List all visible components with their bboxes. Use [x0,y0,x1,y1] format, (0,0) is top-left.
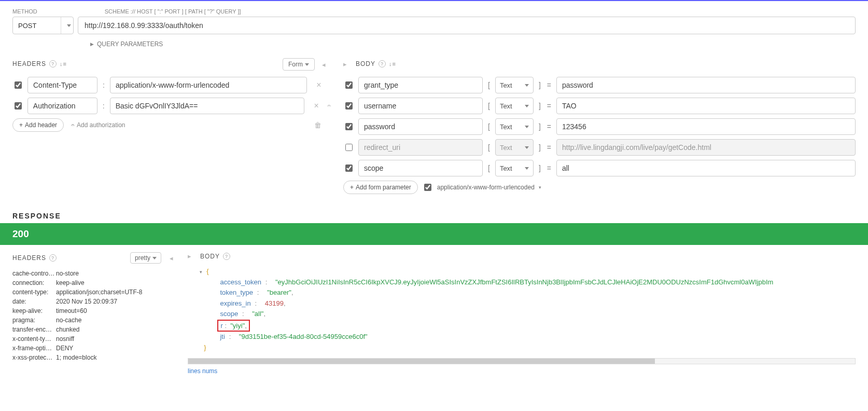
bracket-close: ] [538,102,542,110]
response-headers-title: HEADERS [12,254,46,262]
param-value-input[interactable] [556,139,856,156]
header-value-input[interactable] [110,98,304,114]
param-name-input[interactable] [358,118,483,135]
header-row: : × 𝄐 [12,98,331,114]
response-body-panel: ▸ BODY ? ▾ { access_token : "eyJhbGciOiJ… [188,252,856,375]
add-form-param-button[interactable]: +Add form parameter [343,181,418,194]
response-header-row: pragma: no-cache [12,317,178,324]
query-params-label: QUERY PARAMETERS [97,40,163,48]
url-input[interactable] [78,17,856,34]
collapse-right-icon[interactable]: ▸ [188,252,197,260]
param-name-input[interactable] [358,139,483,156]
param-enable-checkbox[interactable] [345,165,353,172]
content-type-checkbox[interactable] [424,184,431,191]
response-headers-panel: HEADERS ? pretty ◂ cache-contro… no-stor… [12,252,178,375]
bracket-open: [ [487,102,491,110]
sort-icon[interactable]: ↓≡ [60,61,67,67]
param-type-select[interactable]: Text [495,118,534,135]
body-param-row: [ Text ] = [343,118,856,135]
body-param-row: [ Text ] = [343,98,856,114]
response-header-row: transfer-enc… chunked [12,326,178,333]
param-type-select[interactable]: Text [495,139,534,156]
equals-label: = [546,81,552,89]
header-enable-checkbox[interactable] [15,81,22,89]
param-enable-checkbox[interactable] [345,102,353,109]
status-code: 200 [12,228,29,239]
param-name-input[interactable] [358,77,483,93]
chevron-right-icon: ▶ [90,42,94,47]
equals-label: = [546,164,552,172]
add-header-button[interactable]: +Add header [12,118,64,132]
add-authorization-link[interactable]: 𝄐Add authorization [71,121,125,129]
equals-label: = [546,143,552,152]
trash-icon[interactable]: 🗑 [314,121,321,129]
bracket-open: [ [487,143,491,152]
bracket-open: [ [487,81,491,89]
response-section: RESPONSE 200 HEADERS ? pretty ◂ cache-co… [0,212,868,375]
method-select[interactable]: POST [12,17,74,34]
response-header-row: content-type: application/json;charset=U… [12,289,178,296]
plus-icon: + [19,121,23,129]
lines-nums-link[interactable]: lines nums [188,367,217,375]
colon-label: : [102,102,106,110]
response-header-row: x-content-ty… nosniff [12,335,178,342]
query-params-toggle[interactable]: ▶ QUERY PARAMETERS [90,40,856,48]
bracket-open: [ [487,122,491,131]
sort-icon[interactable]: ↓≡ [389,61,396,67]
help-icon[interactable]: ? [223,253,230,260]
param-enable-checkbox[interactable] [345,144,353,151]
header-name-input[interactable] [27,98,97,114]
headers-panel: HEADERS ? ↓≡ Form ◂ : × : × 𝄐 +Add heade… [12,57,331,194]
request-section: METHOD SCHEME :// HOST [ ":" PORT ] [ PA… [0,1,868,48]
collapse-right-icon[interactable]: ▸ [343,60,353,68]
response-json: ▾ { access_token : "eyJhbGciOiJIUzI1NiIs… [188,266,856,356]
param-value-input[interactable] [556,77,856,93]
bracket-close: ] [538,143,542,152]
response-title: RESPONSE [0,212,868,223]
param-type-select[interactable]: Text [495,160,534,176]
body-title: BODY [356,60,375,67]
response-header-row: x-frame-opti… DENY [12,345,178,352]
key-icon[interactable]: 𝄐 [327,102,331,110]
equals-label: = [546,102,552,110]
body-param-row: [ Text ] = [343,139,856,156]
bracket-close: ] [538,122,542,131]
param-type-select[interactable]: Text [495,77,534,93]
param-enable-checkbox[interactable] [345,123,353,130]
param-value-input[interactable] [556,98,856,114]
header-name-input[interactable] [27,77,97,93]
help-icon[interactable]: ? [49,60,57,67]
header-enable-checkbox[interactable] [15,102,22,109]
remove-icon[interactable]: × [315,80,323,90]
key-icon: 𝄐 [71,121,75,129]
headers-view-select[interactable]: Form [283,58,315,71]
collapse-left-icon[interactable]: ◂ [317,61,331,68]
param-name-input[interactable] [358,98,483,114]
url-hint-label: SCHEME :// HOST [ ":" PORT ] [ PATH [ "?… [105,8,241,15]
body-param-row: [ Text ] = [343,160,856,176]
help-icon[interactable]: ? [49,254,57,262]
header-row: : × [12,77,331,93]
help-icon[interactable]: ? [379,60,386,67]
response-header-row: connection: keep-alive [12,279,178,286]
colon-label: : [102,81,106,89]
headers-title: HEADERS [12,60,46,67]
response-header-row: cache-contro… no-store [12,270,178,277]
horizontal-scrollbar[interactable] [188,358,856,364]
response-body-title: BODY [200,253,220,260]
collapse-left-icon[interactable]: ◂ [164,254,178,262]
param-value-input[interactable] [556,160,856,176]
param-value-input[interactable] [556,118,856,135]
param-enable-checkbox[interactable] [345,81,353,89]
headers-format-select[interactable]: pretty [130,252,161,264]
response-header-row: keep-alive: timeout=60 [12,307,178,314]
remove-icon[interactable]: × [313,101,320,111]
chevron-down-icon[interactable]: ▾ [539,185,541,190]
body-content-type-label: application/x-www-form-urlencoded [437,184,535,191]
header-value-input[interactable] [110,77,307,93]
param-name-input[interactable] [358,160,483,176]
body-param-row: [ Text ] = [343,77,856,93]
response-header-row: x-xss-protec… 1; mode=block [12,354,178,361]
plus-icon: + [350,184,354,191]
param-type-select[interactable]: Text [495,98,534,114]
